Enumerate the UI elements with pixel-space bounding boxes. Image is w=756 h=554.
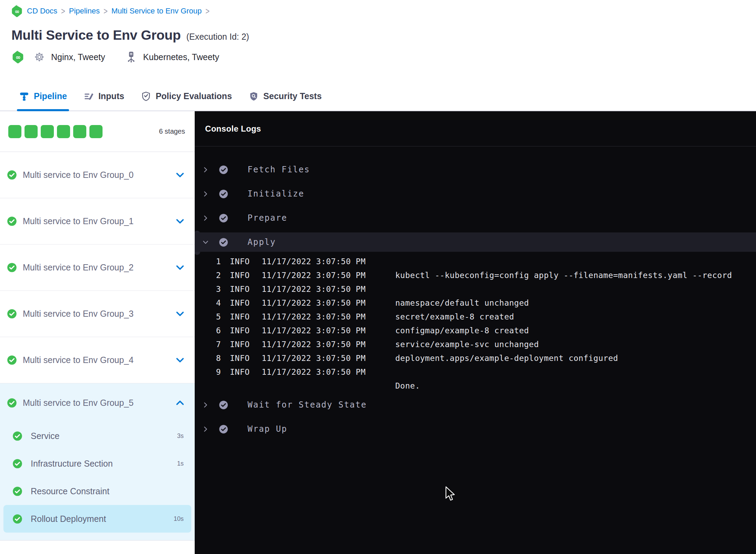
chevron-up-icon[interactable] — [176, 400, 184, 405]
stage-success-square — [25, 125, 38, 138]
log-line-number: 6 — [195, 326, 221, 335]
expand-chevron-icon[interactable] — [201, 402, 210, 408]
tab-bar: Pipeline Inputs Policy Evaluations — [0, 82, 756, 111]
log-line: 2INFO11/17/2022 3:07:50 PMkubectl --kube… — [195, 268, 756, 282]
stage-step-row[interactable]: Infrastructure Section1s — [0, 450, 195, 477]
stage-row[interactable]: Multi service to Env Group_1 — [0, 198, 195, 245]
log-message: secret/example-8 created — [395, 312, 514, 321]
chevron-down-icon[interactable] — [176, 311, 184, 317]
step-status-check-icon — [219, 238, 228, 247]
policy-evaluations-tab-icon — [141, 91, 151, 102]
console-logs-title: Console Logs — [205, 124, 261, 134]
stage-step-row[interactable]: Rollout Deployment10s — [3, 505, 191, 533]
expanded-stage-group: Multi service to Env Group_5Service3sInf… — [0, 383, 195, 541]
log-line: 6INFO11/17/2022 3:07:50 PMconfigmap/exam… — [195, 324, 756, 337]
console-step-row[interactable]: Fetch Files — [195, 157, 756, 182]
log-timestamp: 11/17/2022 3:07:50 PM — [262, 326, 366, 335]
tab-inputs[interactable]: Inputs — [84, 82, 124, 111]
services-label: Nginx, Tweety — [51, 52, 105, 62]
tab-label: Policy Evaluations — [156, 91, 232, 101]
success-check-icon — [12, 431, 22, 441]
log-timestamp: 11/17/2022 3:07:50 PM — [262, 340, 366, 349]
success-check-icon — [7, 216, 17, 226]
log-timestamp: 11/17/2022 3:07:50 PM — [262, 285, 366, 294]
pipeline-execution-page: ∞ CD Docs>Pipelines>Multi Service to Env… — [0, 0, 756, 554]
log-message: kubectl --kubeconfig=config apply --file… — [395, 271, 732, 280]
log-timestamp: 11/17/2022 3:07:50 PM — [262, 298, 366, 307]
log-timestamp: 11/17/2022 3:07:50 PM — [262, 354, 366, 363]
console-step-row[interactable]: Wait for Steady State — [195, 393, 756, 417]
chevron-down-icon[interactable] — [176, 265, 184, 270]
breadcrumb-link[interactable]: Multi Service to Env Group — [112, 7, 202, 16]
chevron-down-icon[interactable] — [176, 219, 184, 224]
log-line: 3INFO11/17/2022 3:07:50 PM — [195, 282, 756, 296]
console-step-row[interactable]: Apply — [195, 232, 756, 252]
stage-sidebar: 6 stages Multi service to Env Group_0Mul… — [0, 111, 195, 554]
stage-success-square — [57, 125, 70, 138]
stage-label: Multi service to Env Group_4 — [23, 355, 176, 365]
svg-text:∞: ∞ — [16, 54, 21, 61]
infrastructure-icon — [125, 51, 137, 63]
tab-pipeline[interactable]: Pipeline — [19, 82, 67, 111]
cd-module-icon: ∞ — [12, 50, 24, 64]
console-step-row[interactable]: Wrap Up — [195, 417, 756, 441]
log-line-number: 1 — [195, 257, 221, 266]
step-duration: 1s — [177, 460, 184, 467]
log-timestamp: 11/17/2022 3:07:50 PM — [262, 367, 366, 376]
log-message: configmap/example-8 created — [395, 326, 529, 335]
stage-summary: 6 stages — [0, 111, 195, 152]
breadcrumb-link[interactable]: CD Docs — [27, 7, 57, 16]
console-step-list: Fetch FilesInitializePrepareApply1INFO11… — [195, 147, 756, 554]
tab-policy-evaluations[interactable]: Policy Evaluations — [141, 82, 232, 111]
expand-chevron-icon[interactable] — [201, 426, 210, 432]
log-line: 4INFO11/17/2022 3:07:50 PMnamespace/defa… — [195, 296, 756, 310]
page-header: ∞ CD Docs>Pipelines>Multi Service to Env… — [0, 0, 756, 82]
stage-success-square — [89, 125, 103, 138]
stage-label: Multi service to Env Group_3 — [23, 309, 176, 319]
page-title: Multi Service to Env Group — [11, 28, 181, 43]
harness-cd-logo-icon: ∞ — [12, 5, 23, 17]
expand-chevron-icon[interactable] — [201, 167, 210, 173]
log-level: INFO — [230, 340, 253, 349]
chevron-down-icon[interactable] — [176, 357, 184, 363]
expand-chevron-icon[interactable] — [201, 191, 210, 197]
log-level: INFO — [230, 326, 253, 335]
expand-chevron-icon[interactable] — [201, 215, 210, 221]
gear-icon — [34, 51, 45, 63]
log-message: service/example-svc unchanged — [395, 340, 539, 349]
success-check-icon — [7, 398, 17, 408]
log-line: Done. — [195, 379, 756, 393]
log-line-number: 8 — [195, 354, 221, 363]
stage-row[interactable]: Multi service to Env Group_0 — [0, 152, 195, 198]
collapse-chevron-icon[interactable] — [201, 239, 210, 245]
mouse-cursor — [445, 486, 456, 503]
stage-row[interactable]: Multi service to Env Group_4 — [0, 337, 195, 383]
log-line-number: 9 — [195, 367, 221, 376]
success-check-icon — [7, 170, 17, 180]
console-step-label: Initialize — [248, 189, 304, 199]
stage-row[interactable]: Multi service to Env Group_5 — [0, 383, 195, 422]
stage-row[interactable]: Multi service to Env Group_3 — [0, 291, 195, 337]
chevron-down-icon[interactable] — [176, 172, 184, 178]
stage-label: Multi service to Env Group_0 — [23, 170, 176, 180]
step-status-check-icon — [219, 189, 228, 199]
log-timestamp: 11/17/2022 3:07:50 PM — [262, 257, 366, 266]
success-check-icon — [12, 459, 22, 469]
success-check-icon — [12, 486, 22, 496]
step-label: Resource Constraint — [31, 486, 184, 496]
stage-row[interactable]: Multi service to Env Group_2 — [0, 245, 195, 291]
stage-step-row[interactable]: Service3s — [0, 422, 195, 450]
breadcrumb-separator-icon: > — [61, 6, 65, 16]
console-step-row[interactable]: Initialize — [195, 182, 756, 206]
console-log-block: 1INFO11/17/2022 3:07:50 PM2INFO11/17/202… — [195, 255, 756, 393]
infrastructure-label: Kubernetes, Tweety — [143, 52, 220, 62]
stage-progress-squares — [8, 125, 103, 138]
stage-success-square — [41, 125, 54, 138]
breadcrumb-link[interactable]: Pipelines — [69, 7, 100, 16]
stage-step-row[interactable]: Resource Constraint — [0, 477, 195, 505]
console-step-row[interactable]: Prepare — [195, 206, 756, 230]
tab-security-tests[interactable]: Security Tests — [249, 82, 322, 111]
log-message: deployment.apps/example-deployment confi… — [395, 354, 618, 363]
svg-text:∞: ∞ — [14, 8, 19, 15]
log-level: INFO — [230, 354, 253, 363]
